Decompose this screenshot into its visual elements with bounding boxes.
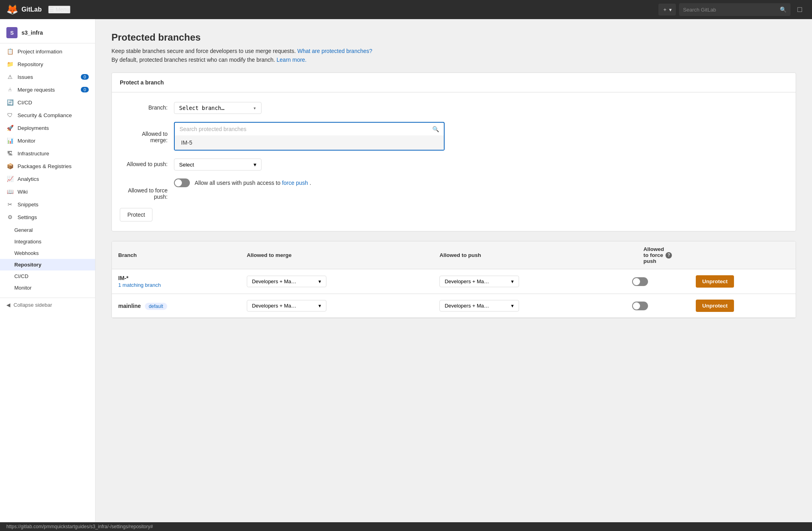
sidebar-item-merge-requests[interactable]: ⑃ Merge requests 0 [0,83,95,96]
search-input[interactable] [683,7,777,13]
toggle-knob [175,179,182,186]
notifications-button[interactable]: ☐ [794,4,806,15]
sidebar-item-analytics[interactable]: 📈 Analytics [0,172,95,185]
unprotect-button-row1[interactable]: Unprotect [696,300,734,312]
branch-control: Select branch… ▾ [174,102,788,114]
protect-button[interactable]: Protect [120,208,152,221]
force-push-toggle-row0[interactable]: ✕ [632,277,648,286]
logo[interactable]: 🦊 GitLab [6,4,42,15]
branch-option-im5[interactable]: IM-5 [175,135,444,150]
new-button[interactable]: ＋ ▾ [658,4,676,16]
sidebar-item-settings[interactable]: ⚙ Settings [0,211,95,223]
wiki-icon: 📖 [6,188,14,195]
sidebar-label: Deployments [18,125,49,131]
issues-icon: ⚠ [6,74,14,80]
sidebar-item-packages-registries[interactable]: 📦 Packages & Registries [0,160,95,172]
merge-select-row1[interactable]: Developers + Ma… ▾ [247,300,326,312]
search-input-area: 🔍 [175,123,444,135]
sidebar-label: Wiki [18,189,28,195]
sidebar-label: Infrastructure [18,151,49,157]
sidebar-item-snippets[interactable]: ✂ Snippets [0,198,95,211]
sidebar-item-issues[interactable]: ⚠ Issues 0 [0,71,95,83]
branch-dropdown-value: Select branch… [179,105,224,111]
sidebar-label: Packages & Registries [18,163,72,169]
protected-branches-table: Branch Allowed to merge Allowed to push … [112,241,796,318]
merge-control: 🔍 IM-5 [174,122,788,151]
search-bar[interactable]: 🔍 [679,3,791,16]
sidebar-label: Security & Compliance [18,112,72,118]
merge-requests-icon: ⑃ [6,86,14,93]
col-force-push: Allowedto forcepush ? [626,241,689,269]
push-select-row0[interactable]: Developers + Ma… ▾ [439,276,519,287]
push-select-value: Select [179,162,194,168]
push-control: Select ▾ [174,159,788,170]
sidebar-label: Merge requests [18,87,55,93]
collapse-icon: ◀ [6,302,10,308]
main-content: Protected branches Keep stable branches … [96,19,812,531]
push-select[interactable]: Select ▾ [174,159,262,170]
sidebar-subitem-integrations[interactable]: Integrations [0,236,95,247]
sidebar-label: Project information [18,49,62,55]
menu-icon: ☰ [49,6,54,13]
form-actions: Protect [120,208,788,221]
force-push-control: ✕ Allow all users with push access to fo… [174,178,788,187]
sidebar-subitem-monitor[interactable]: Monitor [0,282,95,294]
chevron-down-icon: ▾ [318,303,321,309]
branch-cell: mainline default [112,294,240,318]
sidebar-item-deployments[interactable]: 🚀 Deployments [0,121,95,134]
action-cell: Unprotect [689,294,796,318]
project-name: s3_infra [21,29,43,36]
branch-name: mainline [118,303,141,309]
plus-icon: ＋ [662,6,668,13]
sidebar-item-cicd[interactable]: 🔄 CI/CD [0,96,95,109]
top-navigation: 🦊 GitLab ☰ Menu ＋ ▾ 🔍 ☐ [0,0,812,19]
chevron-down-icon: ▾ [253,105,256,111]
sidebar-item-infrastructure[interactable]: 🏗 Infrastructure [0,147,95,160]
matching-branch-link[interactable]: 1 matching branch [118,282,234,288]
sidebar-label: Settings [18,214,37,220]
branch-dropdown[interactable]: Select branch… ▾ [174,102,262,114]
allowed-merge-label: Allowed to merge: [120,122,168,143]
unprotect-button-row0[interactable]: Unprotect [696,275,734,288]
infrastructure-icon: 🏗 [6,150,14,157]
page-layout: S s3_infra 📋 Project information 📁 Repos… [0,0,812,531]
branch-name: IM-* [118,275,129,281]
statusbar-url[interactable]: https://gitlab.com/pmmquickstartguides/s… [6,524,153,529]
force-push-cell: ✕ [626,294,689,318]
sidebar-item-repository[interactable]: 📁 Repository [0,58,95,71]
search-icon: 🔍 [780,6,787,13]
menu-button[interactable]: ☰ Menu [48,6,70,14]
merge-cell: Developers + Ma… ▾ [240,269,433,294]
sidebar-item-monitor[interactable]: 📊 Monitor [0,134,95,147]
protected-branch-search-input[interactable] [180,126,429,132]
sidebar-item-project-information[interactable]: 📋 Project information [0,45,95,58]
sidebar-subitem-webhooks[interactable]: Webhooks [0,247,95,259]
force-push-toggle-row: ✕ Allow all users with push access to fo… [174,178,788,187]
learn-more-link[interactable]: Learn more. [277,57,306,63]
sidebar-label: Analytics [18,176,39,182]
merge-select-row0[interactable]: Developers + Ma… ▾ [247,276,326,287]
project-info-icon: 📋 [6,48,14,55]
deployments-icon: 🚀 [6,125,14,131]
force-push-toggle-row1[interactable]: ✕ [632,302,648,310]
chevron-down-icon: ▾ [511,278,514,284]
help-icon[interactable]: ? [666,252,672,259]
sidebar-label: CI/CD [18,100,32,106]
col-merge: Allowed to merge [240,241,433,269]
force-push-toggle[interactable]: ✕ [174,178,190,187]
protected-branches-link[interactable]: What are protected branches? [297,48,372,54]
push-select-row1[interactable]: Developers + Ma… ▾ [439,300,519,312]
sidebar-subitem-repository[interactable]: Repository [0,259,95,270]
protect-branch-card: Protect a branch Branch: Select branch… … [111,72,796,231]
chevron-down-icon: ▾ [669,7,672,13]
page-description: Keep stable branches secure and force de… [111,48,796,54]
collapse-sidebar[interactable]: ◀ Collapse sidebar [0,298,95,312]
sidebar-item-wiki[interactable]: 📖 Wiki [0,185,95,198]
force-push-link[interactable]: force push [282,180,308,186]
default-badge: default [145,303,167,310]
allowed-push-row: Allowed to push: Select ▾ [120,159,788,170]
sidebar-subitem-cicd[interactable]: CI/CD [0,270,95,282]
sidebar-subitem-general[interactable]: General [0,224,95,236]
sidebar-item-security-compliance[interactable]: 🛡 Security & Compliance [0,109,95,121]
table-row: IM-* 1 matching branch Developers + Ma… … [112,269,796,294]
